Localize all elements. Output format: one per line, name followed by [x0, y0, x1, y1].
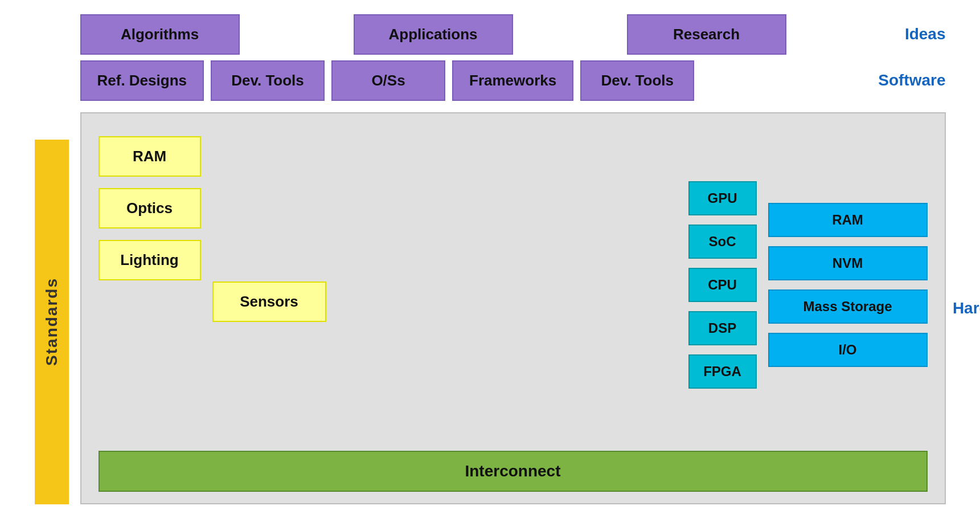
research-box: Research [627, 14, 786, 55]
soc-box: SoC [688, 225, 757, 259]
gpu-box: GPU [688, 181, 757, 215]
ideas-label: Ideas [878, 25, 946, 43]
top-rows: Algorithms Applications Research Ideas R… [80, 14, 946, 101]
dev-tools-box-1: Dev. Tools [211, 60, 325, 101]
ram-yellow-box: RAM [99, 136, 201, 177]
io-box: I/O [768, 333, 928, 367]
dsp-box: DSP [688, 311, 757, 345]
lighting-box: Lighting [99, 240, 201, 280]
right-section: GPU SoC CPU DSP [338, 130, 928, 439]
optics-box: Optics [99, 188, 201, 229]
hardware-inner: RAM Optics Lighting Sensors [99, 130, 928, 439]
software-row: Ref. Designs Dev. Tools O/Ss Frameworks … [80, 60, 946, 101]
standards-label: Standards [43, 278, 61, 366]
ram-blue-box: RAM [768, 203, 928, 237]
nvm-box: NVM [768, 246, 928, 280]
main-content: Algorithms Applications Research Ideas R… [69, 14, 946, 504]
sensors-box: Sensors [212, 282, 326, 322]
dev-tools-box-2: Dev. Tools [580, 60, 694, 101]
hardware-label: Hardware [953, 299, 980, 317]
mass-storage-box: Mass Storage [768, 289, 928, 324]
main-diagram: Standards Algorithms Applications Resear… [35, 14, 946, 504]
oss-box: O/Ss [331, 60, 445, 101]
applications-box: Applications [354, 14, 513, 55]
processors-col: GPU SoC CPU DSP [688, 130, 757, 439]
algorithms-box: Algorithms [80, 14, 240, 55]
frameworks-box: Frameworks [452, 60, 573, 101]
hardware-wrapper: RAM Optics Lighting Sensors [80, 112, 946, 504]
cpu-box: CPU [688, 268, 757, 302]
hardware-container: RAM Optics Lighting Sensors [80, 112, 946, 504]
standards-bar: Standards [35, 140, 69, 504]
left-col: RAM Optics Lighting [99, 130, 201, 439]
software-boxes: Ref. Designs Dev. Tools O/Ss Frameworks … [80, 60, 865, 101]
interconnect-bar: Interconnect [99, 451, 928, 492]
ideas-boxes: Algorithms Applications Research [80, 14, 865, 55]
ideas-row: Algorithms Applications Research Ideas [80, 14, 946, 55]
memory-col: RAM NVM Mass Storage I/O [768, 130, 928, 439]
fpga-box: FPGA [688, 354, 757, 389]
middle-col: Sensors [212, 130, 326, 439]
software-label: Software [878, 71, 946, 89]
ref-designs-box: Ref. Designs [80, 60, 204, 101]
